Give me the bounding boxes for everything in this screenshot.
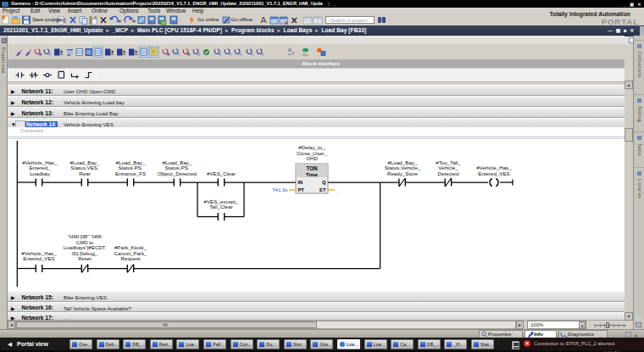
svg-text:99+: 99+ <box>303 53 308 57</box>
